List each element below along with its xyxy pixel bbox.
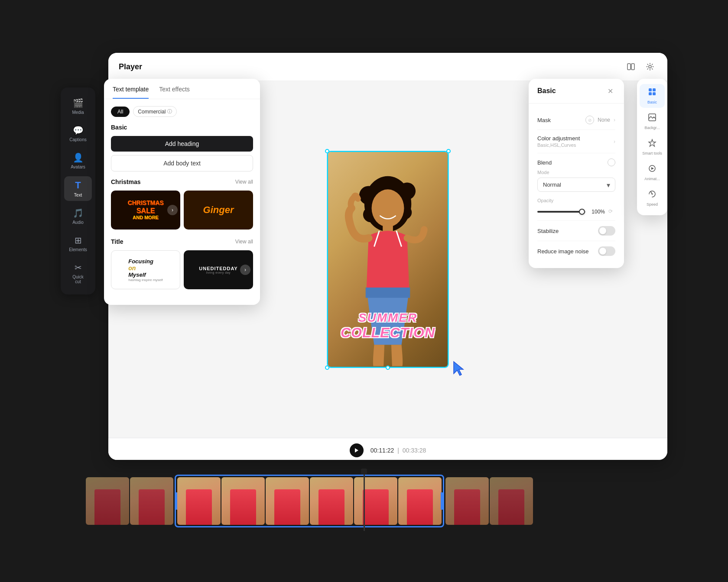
blend-mode-wrapper: Normal Multiply Screen Overlay <box>537 178 615 192</box>
player-header: Player <box>108 53 667 81</box>
timeline-frame <box>266 477 309 525</box>
video-preview[interactable]: SUMMER COLLECTION <box>327 151 448 368</box>
tool-item-basic[interactable]: Basic <box>640 84 665 108</box>
tool-item-background[interactable]: Backgr... <box>640 110 665 133</box>
christmas-section-title: Christmas <box>111 178 140 185</box>
ginger-text: Ginger <box>203 204 234 216</box>
timeline-frame <box>130 477 173 525</box>
text-panel-tabs: Text template Text effects <box>104 79 260 99</box>
sidebar-item-quickcut[interactable]: ✂ Quick cut <box>64 259 92 288</box>
svg-point-5 <box>399 183 416 200</box>
sidebar-item-elements[interactable]: ⊞ Elements <box>64 232 92 255</box>
add-body-button[interactable]: Add body text <box>111 155 253 171</box>
handle-bottom-mid[interactable] <box>386 365 390 370</box>
focusing-card[interactable]: Focusing on Myself hashtag inspire mysel… <box>111 250 180 289</box>
blend-info-icon <box>608 158 615 166</box>
title-template-grid: Focusing on Myself hashtag inspire mysel… <box>111 250 253 289</box>
unedited-card[interactable]: UNEDITEDDAY living every day › <box>184 250 253 289</box>
timeline-frame <box>398 477 442 525</box>
opacity-row: 100% ⟳ <box>537 208 615 215</box>
ginger-card[interactable]: Ginger <box>184 191 253 230</box>
opacity-slider[interactable] <box>537 211 586 213</box>
timeline-container <box>82 473 646 542</box>
play-button[interactable] <box>350 443 364 457</box>
opacity-reset-icon[interactable]: ⟳ <box>608 208 615 215</box>
audio-icon: 🎵 <box>73 208 84 218</box>
tool-item-animate[interactable]: Animat... <box>640 161 665 184</box>
filter-commercial-button[interactable]: Commercial ⓘ <box>133 106 177 117</box>
time-separator: | <box>397 447 401 454</box>
christmas-view-all[interactable]: View all <box>235 179 253 185</box>
speed-tool-icon <box>648 190 656 200</box>
sidebar-label-captions: Captions <box>69 137 86 142</box>
unedited-text-preview: UNEDITEDDAY living every day <box>199 266 237 274</box>
tab-text-effects[interactable]: Text effects <box>159 79 190 99</box>
opacity-thumb[interactable] <box>579 209 585 215</box>
sidebar-item-media[interactable]: 🎬 Media <box>64 94 92 118</box>
unedited-card-arrow[interactable]: › <box>240 265 250 275</box>
smart-tool-label: Smart tools <box>642 151 662 155</box>
sidebar-item-avatars[interactable]: 👤 Avatars <box>64 149 92 173</box>
timeline-frame <box>354 477 397 525</box>
svg-rect-14 <box>649 92 652 95</box>
blend-section: Blend Mode Normal Multiply Screen Overla… <box>537 153 615 220</box>
color-adj-chevron: › <box>614 139 615 145</box>
handle-top-left[interactable] <box>325 149 329 153</box>
tool-item-speed[interactable]: Speed <box>640 186 665 210</box>
svg-rect-12 <box>649 88 652 91</box>
summer-line2: COLLECTION <box>341 325 435 341</box>
opacity-fill <box>537 211 583 213</box>
reduce-noise-row: Reduce image noise <box>537 241 615 261</box>
basic-panel-close[interactable]: ✕ <box>605 86 615 96</box>
filter-all-button[interactable]: All <box>111 107 130 117</box>
elements-icon: ⊞ <box>75 235 82 246</box>
timeline-frame <box>310 477 353 525</box>
smart-tool-icon <box>648 139 656 149</box>
basic-panel-header: Basic ✕ <box>529 79 624 103</box>
reduce-noise-toggle[interactable] <box>598 246 615 256</box>
title-view-all[interactable]: View all <box>235 239 253 245</box>
player-header-actions <box>624 60 657 74</box>
sidebar-label-avatars: Avatars <box>71 165 85 169</box>
svg-point-2 <box>649 65 651 68</box>
svg-rect-15 <box>653 92 656 95</box>
basic-section-header: Basic <box>111 124 253 131</box>
timeline-post-frames <box>445 477 533 525</box>
current-time: 00:11:22 <box>370 447 394 454</box>
timeline-right-handle[interactable] <box>441 492 444 510</box>
timeline-marker <box>361 469 367 531</box>
total-time: 00:33:28 <box>403 447 426 454</box>
mask-icon: ⊘ <box>585 116 594 124</box>
avatars-icon: 👤 <box>73 152 84 163</box>
left-sidebar: 🎬 Media 💬 Captions 👤 Avatars T Text 🎵 Au… <box>61 87 95 294</box>
title-section-title: Title <box>111 238 124 245</box>
add-heading-button[interactable]: Add heading <box>111 136 253 152</box>
tool-item-smart[interactable]: Smart tools <box>640 135 665 159</box>
stabilize-toggle[interactable] <box>598 226 615 236</box>
mask-row: Mask ⊘ None › <box>537 110 615 130</box>
timeline-pre-frames <box>86 477 173 525</box>
christmas-sale-card[interactable]: CHRISTMAS SALE AND MORE › <box>111 191 180 230</box>
blend-mode-select[interactable]: Normal Multiply Screen Overlay <box>537 178 615 192</box>
sidebar-item-audio[interactable]: 🎵 Audio <box>64 204 92 228</box>
tab-text-template[interactable]: Text template <box>113 79 149 99</box>
title-section-header: Title View all <box>111 238 253 245</box>
mask-value: None <box>598 117 610 123</box>
settings-button[interactable] <box>643 60 657 74</box>
text-template-panel: Text template Text effects All Commercia… <box>104 79 260 305</box>
handle-bottom-left[interactable] <box>325 365 329 370</box>
handle-top-right[interactable] <box>446 149 451 153</box>
sidebar-item-text[interactable]: T Text <box>64 176 92 201</box>
color-adjustment-row[interactable]: Color adjustment Basic,HSL,Curves › <box>537 130 615 153</box>
svg-point-18 <box>652 194 653 195</box>
video-preview-wrapper: SUMMER COLLECTION <box>327 151 448 368</box>
timeline-selected-group[interactable] <box>175 475 444 527</box>
split-view-button[interactable] <box>624 60 638 74</box>
cursor-arrow <box>453 361 466 376</box>
captions-icon: 💬 <box>73 125 84 136</box>
stabilize-row: Stabilize <box>537 220 615 241</box>
christmas-card-arrow[interactable]: › <box>167 205 178 215</box>
text-panel-body: All Commercial ⓘ Basic Add heading Add b… <box>104 99 260 305</box>
basic-tool-icon <box>648 87 656 98</box>
sidebar-item-captions[interactable]: 💬 Captions <box>64 122 92 146</box>
